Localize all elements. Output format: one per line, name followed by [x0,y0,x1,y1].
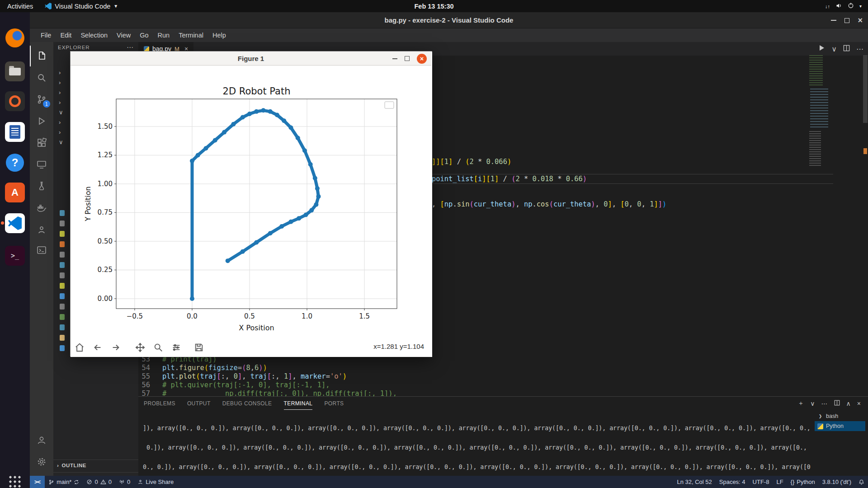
tree-chevron[interactable]: ∨ [59,139,63,145]
scrollbar-thumb[interactable] [863,55,868,123]
editor-scrollbar[interactable] [863,55,868,396]
sidebar-more-icon[interactable]: ⋯ [127,43,134,52]
remote-explorer-icon[interactable] [30,154,53,175]
menu-selection[interactable]: Selection [76,30,112,41]
activities-button[interactable]: Activities [0,0,40,12]
search-icon[interactable] [30,67,53,88]
file-icon[interactable] [60,314,65,320]
zoom-icon[interactable] [153,342,164,353]
terminal-instance-python[interactable]: Python [815,421,865,431]
dock-ubuntu-software[interactable]: A [4,181,26,204]
file-icon[interactable] [60,231,65,237]
new-terminal-icon[interactable]: ＋ [797,399,804,408]
cursor-position[interactable]: Ln 32, Col 52 [673,476,715,488]
file-icon[interactable] [60,272,65,278]
figure-minimize-button[interactable] [392,58,397,59]
file-icon[interactable] [60,241,65,247]
terminal-output[interactable]: ]), array([0., 0., 0.]), array([0., 0., … [143,412,812,475]
volume-icon[interactable] [835,2,842,10]
terminal-instance-bash[interactable]: ❯ bash [815,411,865,421]
dock-files[interactable] [4,60,26,83]
home-icon[interactable] [74,342,85,353]
notifications-bell[interactable] [855,476,868,488]
run-dropdown-icon[interactable]: ∨ [831,45,837,53]
matplotlib-figure-window[interactable]: −0.50.00.51.01.50.000.250.500.751.001.25… [70,51,432,357]
tree-chevron[interactable]: › [59,119,61,126]
dock-firefox[interactable] [4,27,26,49]
language-mode[interactable]: {} Python [787,476,819,488]
network-icon[interactable]: ↓↑ [825,4,830,9]
file-icon[interactable] [60,335,65,341]
tree-chevron[interactable]: › [59,89,61,96]
terminal-dropdown-icon[interactable]: ∨ [810,400,815,407]
figure-close-button[interactable]: × [417,54,427,64]
minimize-button[interactable] [831,20,836,21]
menu-edit[interactable]: Edit [56,30,76,41]
run-python-file-icon[interactable] [818,44,825,53]
tree-chevron[interactable]: ∨ [59,109,63,116]
split-terminal-icon[interactable] [834,400,840,407]
indentation[interactable]: Spaces: 4 [716,476,749,488]
vscode-titlebar[interactable]: bag.py - exercise-2 - Visual Studio Code… [30,12,868,28]
file-icon[interactable] [60,293,65,299]
explorer-icon[interactable] [30,46,53,66]
live-share-item[interactable]: Live Share [134,476,177,488]
docker-icon[interactable] [30,197,53,218]
show-applications-button[interactable] [4,470,26,488]
clock[interactable]: Feb 13 15:30 [414,3,453,10]
dock-vscode[interactable] [4,212,26,235]
app-menu[interactable]: Visual Studio Code ▼ [40,0,123,12]
dock-terminal[interactable]: >_ [4,244,26,267]
dock-libreoffice-writer[interactable] [4,121,26,143]
editor-more-icon[interactable]: ⋯ [856,45,863,53]
close-button[interactable]: × [858,16,863,24]
figure-titlebar[interactable]: Figure 1 × [71,52,431,66]
tab-ports[interactable]: PORTS [324,398,344,409]
back-icon[interactable] [92,342,103,353]
problems-item[interactable]: 0 0 [83,476,115,488]
file-icon[interactable] [60,345,65,351]
maximize-button[interactable] [844,18,849,23]
menu-file[interactable]: File [36,30,56,41]
forward-icon[interactable] [110,342,121,353]
tree-chevron[interactable]: › [59,129,61,136]
encoding[interactable]: UTF-8 [749,476,773,488]
menu-view[interactable]: View [112,30,135,41]
menu-go[interactable]: Go [135,30,153,41]
tree-chevron[interactable]: › [59,99,61,106]
file-icon[interactable] [60,304,65,310]
file-icon[interactable] [60,262,65,268]
ports-item[interactable]: 0 [115,476,134,488]
file-icon[interactable] [60,221,65,226]
source-control-icon[interactable]: 1 [30,89,53,110]
figure-maximize-button[interactable] [405,56,410,61]
menu-terminal[interactable]: Terminal [174,30,208,41]
file-icon[interactable] [60,210,65,216]
panel-more-icon[interactable]: ⋯ [821,400,828,407]
tree-chevron[interactable]: › [59,69,61,76]
menu-run[interactable]: Run [153,30,175,41]
save-icon[interactable] [193,342,204,353]
run-debug-icon[interactable] [30,111,53,131]
testing-icon[interactable] [30,176,53,197]
subplots-config-icon[interactable] [171,342,182,353]
minimap[interactable] [808,55,833,173]
file-icon[interactable] [60,283,65,289]
menu-help[interactable]: Help [208,30,231,41]
tab-terminal[interactable]: TERMINAL [284,398,313,410]
close-panel-icon[interactable]: × [857,400,861,407]
split-editor-icon[interactable] [843,45,850,53]
accounts-icon[interactable] [30,430,53,450]
tab-problems[interactable]: PROBLEMS [144,398,175,409]
maximize-panel-icon[interactable]: ∧ [846,400,851,407]
tab-debug-console[interactable]: DEBUG CONSOLE [222,398,272,409]
pan-icon[interactable] [135,342,146,353]
python-interpreter[interactable]: 3.8.10 ('dt') [819,476,855,488]
power-icon[interactable] [848,2,854,10]
extensions-icon[interactable] [30,132,53,153]
dock-help[interactable]: ? [4,151,26,174]
dock-rhythmbox[interactable] [4,90,26,113]
git-branch-item[interactable]: main* [45,476,83,488]
remote-indicator[interactable]: >< [30,476,45,488]
live-share-icon[interactable] [30,219,53,240]
